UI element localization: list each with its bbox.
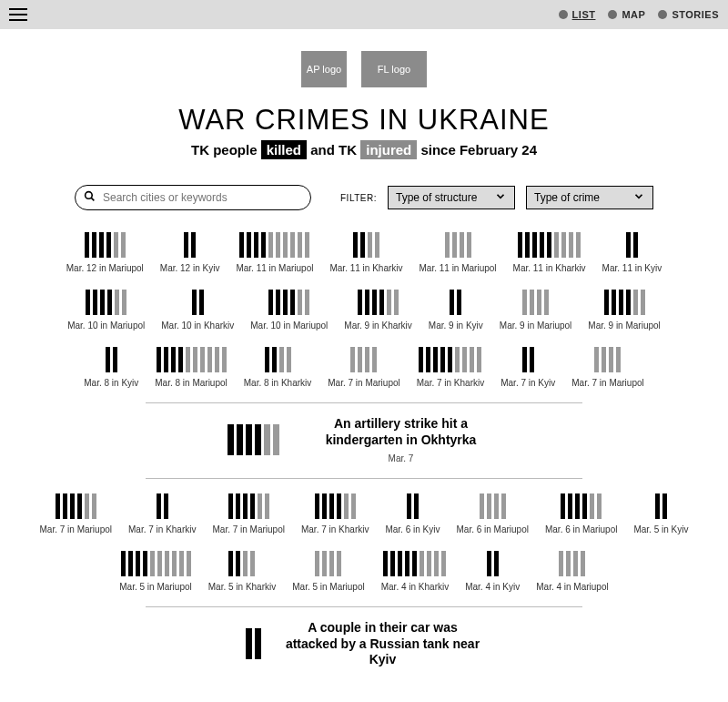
injured-bar — [365, 347, 369, 372]
hamburger-menu-icon[interactable] — [9, 8, 27, 21]
event-card[interactable]: Mar. 12 in Kyiv — [160, 232, 220, 273]
event-card[interactable]: Mar. 6 in Kyiv — [385, 493, 440, 534]
event-caption: Mar. 5 in Kharkiv — [208, 582, 276, 592]
featured-event[interactable]: A couple in their car was attacked by a … — [146, 606, 582, 668]
event-card[interactable]: Mar. 5 in Kharkiv — [208, 551, 276, 592]
event-caption: Mar. 7 in Kharkiv — [128, 524, 196, 534]
chevron-down-icon — [494, 190, 507, 206]
event-card[interactable]: Mar. 4 in Mariupol — [536, 551, 608, 592]
featured-event[interactable]: An artillery strike hit a kindergarten i… — [146, 402, 582, 479]
killed-bar — [390, 551, 395, 576]
event-bars — [419, 347, 481, 372]
event-card[interactable]: Mar. 4 in Kharkiv — [381, 551, 449, 592]
event-card[interactable]: Mar. 5 in Kyiv — [633, 493, 688, 534]
nav-item-map[interactable]: MAP — [608, 9, 645, 20]
event-card[interactable]: Mar. 7 in Kharkiv — [301, 493, 369, 534]
subtitle-mid: and TK — [307, 142, 360, 158]
event-bars — [268, 290, 309, 315]
event-card[interactable]: Mar. 11 in Kharkiv — [513, 232, 586, 273]
killed-bar — [85, 232, 89, 258]
event-bars — [655, 493, 667, 519]
injured-bar — [298, 232, 302, 258]
killed-bar — [93, 290, 97, 315]
event-card[interactable]: Mar. 7 in Kharkiv — [128, 493, 196, 534]
event-card[interactable]: Mar. 11 in Mariupol — [420, 232, 497, 273]
killed-bar — [178, 347, 183, 372]
event-card[interactable]: Mar. 9 in Mariupol — [588, 290, 660, 331]
filter-structure-dropdown[interactable]: Type of structure — [388, 186, 515, 209]
injured-bar — [265, 493, 269, 519]
event-caption: Mar. 4 in Mariupol — [536, 582, 608, 592]
killed-bar — [236, 551, 240, 576]
injured-bar — [350, 347, 355, 372]
event-card[interactable]: Mar. 7 in Mariupol — [328, 347, 399, 388]
killed-bar — [106, 347, 110, 372]
killed-bar — [157, 347, 161, 372]
killed-bar — [448, 347, 452, 372]
event-card[interactable]: Mar. 9 in Kharkiv — [344, 290, 411, 331]
event-card[interactable]: Mar. 11 in Mariupol — [236, 232, 313, 273]
event-caption: Mar. 7 in Kharkiv — [301, 524, 369, 534]
injured-bar — [561, 232, 566, 258]
nav-item-stories[interactable]: STORIES — [658, 9, 719, 20]
filter-crime-dropdown[interactable]: Type of crime — [526, 186, 653, 209]
event-card[interactable]: Mar. 7 in Kyiv — [500, 347, 555, 388]
event-card[interactable]: Mar. 11 in Kharkiv — [329, 232, 402, 273]
subtitle-suffix: since February 24 — [417, 142, 537, 158]
event-bars — [265, 347, 291, 372]
killed-bar — [228, 493, 233, 519]
injured-bar — [576, 232, 581, 258]
event-card[interactable]: Mar. 8 in Kharkiv — [244, 347, 311, 388]
event-card[interactable]: Mar. 12 in Mariupol — [66, 232, 144, 273]
event-card[interactable]: Mar. 10 in Mariupol — [250, 290, 328, 331]
event-card[interactable]: Mar. 6 in Mariupol — [545, 493, 617, 534]
injured-bar — [351, 493, 356, 519]
killed-bar — [612, 290, 616, 315]
search-input[interactable] — [75, 185, 311, 210]
event-card[interactable]: Mar. 9 in Kyiv — [429, 290, 483, 331]
event-card[interactable]: Mar. 10 in Mariupol — [67, 290, 145, 331]
top-nav: LISTMAPSTORIES — [559, 9, 719, 20]
event-card[interactable]: Mar. 7 in Mariupol — [571, 347, 643, 388]
event-card[interactable]: Mar. 5 in Mariupol — [292, 551, 364, 592]
events-grid: Mar. 12 in MariupolMar. 12 in KyivMar. 1… — [0, 232, 728, 668]
event-caption: Mar. 10 in Kharkiv — [161, 320, 234, 331]
injured-bar — [544, 290, 549, 315]
killed-bar — [518, 232, 522, 258]
injured-bar — [305, 232, 309, 258]
injured-bar — [279, 347, 284, 372]
filter-crime-label: Type of crime — [534, 191, 600, 204]
killed-bar — [337, 493, 341, 519]
event-card[interactable]: Mar. 8 in Kyiv — [84, 347, 138, 388]
nav-item-list[interactable]: LIST — [559, 9, 596, 20]
injured-bar — [597, 493, 602, 519]
event-card[interactable]: Mar. 7 in Kharkiv — [417, 347, 484, 388]
event-bars — [106, 347, 117, 372]
event-caption: Mar. 11 in Kharkiv — [513, 263, 586, 273]
event-card[interactable]: Mar. 7 in Mariupol — [212, 493, 284, 534]
event-card[interactable]: Mar. 10 in Kharkiv — [161, 290, 234, 331]
killed-bar — [494, 551, 499, 576]
event-card[interactable]: Mar. 7 in Mariupol — [40, 493, 112, 534]
injured-bar — [85, 493, 89, 519]
event-card[interactable]: Mar. 8 in Mariupol — [155, 347, 227, 388]
killed-bar — [56, 493, 60, 519]
killed-bar — [568, 493, 572, 519]
event-card[interactable]: Mar. 5 in Mariupol — [119, 551, 191, 592]
killed-bar — [398, 551, 402, 576]
injured-bar — [287, 347, 291, 372]
event-card[interactable]: Mar. 9 in Mariupol — [500, 290, 571, 331]
killed-bar — [412, 551, 417, 576]
killed-bar — [246, 424, 252, 455]
event-card[interactable]: Mar. 11 in Kyiv — [602, 232, 662, 273]
killed-bar — [228, 551, 233, 576]
injured-bar — [594, 347, 599, 372]
event-bars — [383, 551, 446, 576]
event-card[interactable]: Mar. 4 in Kyiv — [465, 551, 520, 592]
killed-bar — [121, 551, 126, 576]
killed-bar — [283, 290, 288, 315]
event-card[interactable]: Mar. 6 in Mariupol — [456, 493, 528, 534]
killed-bar — [530, 347, 534, 372]
nav-item-label: MAP — [622, 9, 645, 20]
injured-bar — [445, 232, 450, 258]
